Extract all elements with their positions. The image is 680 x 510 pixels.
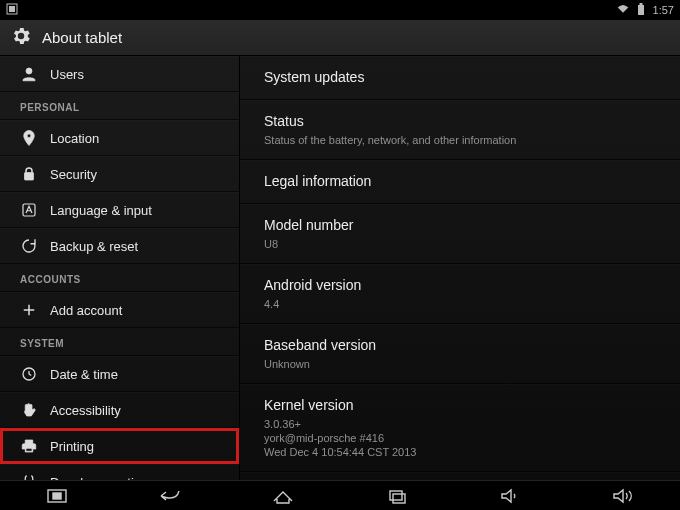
svg-rect-13: [53, 493, 61, 499]
backup-icon: [20, 237, 38, 255]
svg-rect-5: [25, 173, 34, 181]
pref-summary: 3.0.36+ york@mid-porsche #416 Wed Dec 4 …: [264, 417, 656, 459]
pref-title: Legal information: [264, 171, 656, 191]
sidebar-item-label: Add account: [50, 303, 122, 318]
sidebar-item-label: Printing: [50, 439, 94, 454]
pref-baseband-version[interactable]: Baseband version Unknown: [240, 324, 680, 384]
svg-rect-3: [639, 3, 642, 5]
pref-title: Baseband version: [264, 335, 656, 355]
sidebar-item-users[interactable]: Users: [0, 56, 239, 92]
lock-icon: [20, 165, 38, 183]
clock-icon: [20, 365, 38, 383]
navigation-bar: [0, 480, 680, 510]
svg-rect-8: [26, 448, 32, 451]
settings-gear-icon: [10, 25, 32, 50]
braces-icon: [20, 473, 38, 480]
sidebar-item-date-time[interactable]: Date & time: [0, 356, 239, 392]
pref-build-number[interactable]: Build number rk30sdk-eng 4.4 KRT16O eng.…: [240, 472, 680, 480]
sidebar-item-label: Accessibility: [50, 403, 121, 418]
pref-title: Android version: [264, 275, 656, 295]
screenshot-indicator-icon: [6, 3, 18, 17]
language-icon: [20, 201, 38, 219]
sidebar-item-label: Date & time: [50, 367, 118, 382]
sidebar-item-security[interactable]: Security: [0, 156, 239, 192]
nav-screenshot-button[interactable]: [0, 481, 113, 510]
pref-model-number[interactable]: Model number U8: [240, 204, 680, 264]
sidebar-item-printing[interactable]: Printing: [0, 428, 239, 464]
sidebar-item-language-input[interactable]: Language & input: [0, 192, 239, 228]
sidebar-item-add-account[interactable]: Add account: [0, 292, 239, 328]
pref-android-version[interactable]: Android version 4.4: [240, 264, 680, 324]
sidebar-item-label: Location: [50, 131, 99, 146]
action-bar: About tablet: [0, 20, 680, 56]
print-icon: [20, 437, 38, 455]
sidebar-item-developer-options[interactable]: Developer options: [0, 464, 239, 480]
status-bar: 1:57: [0, 0, 680, 20]
svg-rect-2: [638, 5, 644, 15]
users-icon: [20, 65, 38, 83]
location-icon: [20, 129, 38, 147]
sidebar-item-backup-reset[interactable]: Backup & reset: [0, 228, 239, 264]
nav-volume-up-button[interactable]: [567, 481, 680, 510]
pref-status[interactable]: Status Status of the battery, network, a…: [240, 100, 680, 160]
sidebar-header-personal: PERSONAL: [0, 92, 239, 120]
svg-rect-14: [390, 491, 402, 500]
pref-title: Status: [264, 111, 656, 131]
sidebar-item-label: Language & input: [50, 203, 152, 218]
pref-summary: U8: [264, 237, 656, 251]
sidebar-item-label: Backup & reset: [50, 239, 138, 254]
pref-title: Model number: [264, 215, 656, 235]
svg-rect-1: [9, 6, 15, 12]
sidebar-item-location[interactable]: Location: [0, 120, 239, 156]
sidebar-item-accessibility[interactable]: Accessibility: [0, 392, 239, 428]
pref-legal-information[interactable]: Legal information: [240, 160, 680, 204]
sidebar-item-label: Security: [50, 167, 97, 182]
nav-back-button[interactable]: [113, 481, 226, 510]
pref-summary: 4.4: [264, 297, 656, 311]
settings-sidebar: Users PERSONAL Location Security Languag…: [0, 56, 240, 480]
pref-system-updates[interactable]: System updates: [240, 56, 680, 100]
battery-icon: [635, 3, 647, 17]
nav-volume-down-button[interactable]: [453, 481, 566, 510]
clock-text: 1:57: [653, 4, 674, 16]
sidebar-header-accounts: ACCOUNTS: [0, 264, 239, 292]
pref-title: Kernel version: [264, 395, 656, 415]
pref-title: System updates: [264, 67, 656, 87]
sidebar-item-label: Users: [50, 67, 84, 82]
hand-icon: [20, 401, 38, 419]
wifi-icon: [617, 3, 629, 17]
svg-rect-15: [393, 494, 405, 503]
nav-recents-button[interactable]: [340, 481, 453, 510]
pref-summary: Status of the battery, network, and othe…: [264, 133, 656, 147]
content-pane: System updates Status Status of the batt…: [240, 56, 680, 480]
plus-icon: [20, 301, 38, 319]
svg-point-4: [26, 68, 32, 74]
sidebar-header-system: SYSTEM: [0, 328, 239, 356]
pref-summary: Unknown: [264, 357, 656, 371]
screen-title: About tablet: [42, 29, 122, 46]
pref-kernel-version[interactable]: Kernel version 3.0.36+ york@mid-porsche …: [240, 384, 680, 472]
nav-home-button[interactable]: [227, 481, 340, 510]
